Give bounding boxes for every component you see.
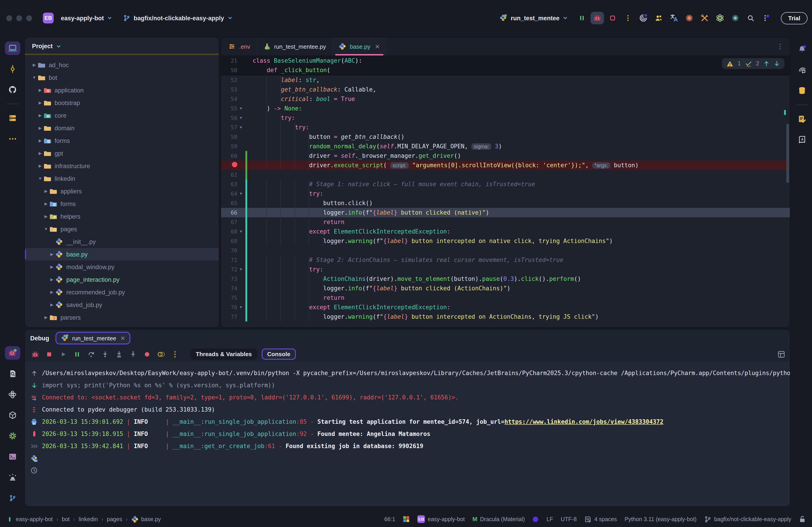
code-editor[interactable]: 21class BaseSeleniumManager(ABC):50 def … [221,56,790,327]
documentation-book-icon[interactable]: A [794,133,810,147]
status-indent[interactable]: 4 spaces [584,515,617,523]
resume-icon[interactable] [57,349,69,360]
window-controls[interactable] [6,15,32,21]
tree-item-base-py[interactable]: ▶base.py [25,248,219,260]
tree-item-bootstrap[interactable]: ▶bootstrap [25,96,219,109]
editor-tab-run-test-mentee-py[interactable]: run_test_mentee.py [257,37,333,56]
fold-arrow-icon[interactable]: ▼ [237,192,245,196]
tree-item-domain[interactable]: ▶domain [25,122,219,134]
editor-tab--env[interactable]: .env [222,37,257,56]
status-line-ending[interactable]: LF [547,516,553,522]
fold-arrow-icon[interactable]: ▼ [237,267,245,271]
kebab-yellow-icon[interactable] [621,12,635,24]
chevron-down-icon[interactable]: ▼ [31,75,38,80]
chevron-right-icon[interactable]: ▶ [37,113,43,118]
trial-badge[interactable]: Trial [781,12,808,24]
monitor-icon[interactable] [5,42,20,55]
project-tree[interactable]: ▶ad_hoc▼bot▶application▶bootstrap▶core▶d… [25,55,219,327]
tree-item-pages[interactable]: ▼pages [25,223,219,235]
ai-chat-icon[interactable] [794,63,810,77]
git-branch-blue-icon[interactable] [5,492,20,505]
database-icon[interactable] [794,84,810,97]
debug-view-tab-console[interactable]: Console [262,348,296,360]
win-grid-icon[interactable] [403,516,410,523]
tree-item-recommended-job-py[interactable]: ▶recommended_job.py [25,286,219,298]
inspections-widget[interactable]: 1 2 [722,58,784,69]
tree-item-bot[interactable]: ▼bot [25,71,219,84]
editor-scrollbar[interactable] [786,123,789,183]
chevron-right-icon[interactable]: ▶ [49,277,55,282]
python-packages-icon[interactable] [5,408,20,422]
tab-options-icon[interactable]: ⋮ [770,42,790,50]
tree-item-infrastructure[interactable]: ▶infrastructure [25,160,219,172]
tree-item--init-py[interactable]: __init__.py [25,235,219,248]
run-config-selector[interactable]: run_test_mentee [496,11,571,25]
database-rows-icon[interactable] [5,111,20,125]
python-console-icon[interactable] [5,388,20,401]
next-issue-icon[interactable] [774,60,780,67]
users-icon[interactable] [652,12,666,24]
tree-item-gpt[interactable]: ▶gpt [25,147,219,160]
step-out-icon[interactable] [127,349,139,360]
stop-red-icon[interactable] [43,349,55,360]
branch-switcher[interactable]: bagfix/not-clickable-easy-apply [120,12,236,24]
notifications-bell-icon[interactable] [794,42,810,56]
more-dots-icon[interactable] [5,132,20,146]
status-encoding[interactable]: UTF-8 [561,516,577,522]
tree-item-appliers[interactable]: ▶appliers [25,185,219,197]
chevron-down-icon[interactable]: ▼ [43,227,49,231]
chevron-right-icon[interactable]: ▶ [43,315,49,320]
status-project[interactable]: EBeasy-apply-bot [418,515,465,523]
fold-arrow-icon[interactable]: ▼ [237,229,245,234]
settings-gear-icon[interactable] [5,429,20,443]
breadcrumb-item-linkedin[interactable]: linkedin [79,516,98,522]
pause-green-icon[interactable] [71,349,83,360]
debug-session-tab[interactable]: run_test_mentee ✕ [56,332,131,344]
fold-arrow-icon[interactable]: ▼ [237,116,245,120]
tools-icon[interactable] [698,12,712,24]
debug-bug-icon[interactable] [5,346,20,360]
chevron-right-icon[interactable]: ▶ [49,290,55,295]
debug-console[interactable]: /Users/miroslavpeskov/Desktop/EasyWork/e… [25,362,790,506]
find-icon[interactable] [5,367,20,380]
step-over-icon[interactable] [85,349,97,360]
pause-icon[interactable] [575,12,589,24]
chevron-right-icon[interactable]: ▶ [37,151,43,155]
chevron-right-icon[interactable]: ▶ [49,265,55,269]
breadcrumb-item-pages[interactable]: pages [107,516,122,522]
breakpoint-dot[interactable] [221,162,237,169]
rerun-debug-icon[interactable] [29,349,41,360]
atom-icon[interactable] [713,12,727,24]
chevron-right-icon[interactable]: ▶ [37,164,43,168]
fold-arrow-icon[interactable]: ▼ [237,305,245,309]
editor-tab-base-py[interactable]: base.py✕ [333,37,387,56]
status-branch[interactable]: bagfix/not-clickable-easy-apply [704,515,791,523]
search-icon[interactable] [744,12,758,24]
prev-issue-icon[interactable] [763,60,770,67]
chevron-down-icon[interactable]: ▼ [37,176,43,181]
status-color-scheme[interactable] [533,516,539,522]
fold-arrow-icon[interactable]: ▼ [237,106,245,110]
terminal-icon[interactable] [5,450,20,464]
chevron-right-icon[interactable]: ▶ [37,126,43,130]
commit-icon[interactable] [5,62,20,76]
debugger-icon[interactable] [591,12,604,24]
tree-item-modal-window-py[interactable]: ▶modal_window.py [25,260,219,273]
close-icon[interactable]: ✕ [120,335,125,342]
more-yellow-icon[interactable] [169,349,180,360]
chevron-right-icon[interactable]: ▶ [43,201,49,206]
chevron-right-icon[interactable]: ▶ [31,63,38,67]
tree-item-linkedin[interactable]: ▼linkedin [25,172,219,185]
chevron-right-icon[interactable]: ▶ [43,189,49,193]
fold-arrow-icon[interactable]: ▼ [237,125,245,130]
tree-item-page-interaction-py[interactable]: ▶page_interaction.py [25,273,219,286]
view-breakpoints-icon[interactable] [155,349,166,360]
chevron-right-icon[interactable]: ▶ [49,252,55,257]
burst-icon[interactable] [683,12,696,24]
breadcrumb-item-bot[interactable]: bot [62,516,70,522]
caret-position[interactable]: 66:1 [385,516,395,522]
siren-icon[interactable] [5,471,20,484]
step-into-icon[interactable] [99,349,111,360]
tree-item-forms[interactable]: ▶forms [25,197,219,210]
tree-item-forms[interactable]: ▶forms [25,134,219,147]
